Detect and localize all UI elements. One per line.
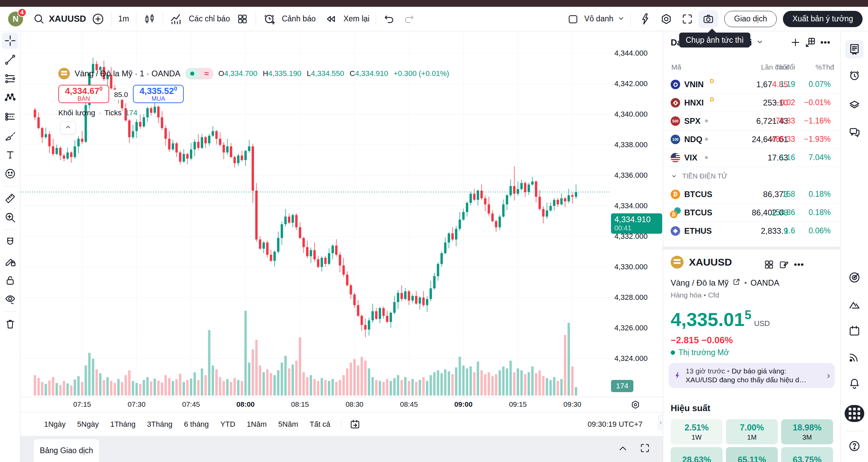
publish-idea-button[interactable]: Xuất bản ý tưởng xyxy=(783,11,863,27)
indicators-icon xyxy=(166,10,186,28)
legend-collapse-button[interactable] xyxy=(60,121,76,134)
symbol-code[interactable]: XAUUSD xyxy=(689,256,732,268)
watchlist-row-hnxi[interactable]: HNXID253.10−0.02−0.01% xyxy=(663,94,840,112)
range-button-5năm[interactable]: 5Năm xyxy=(274,417,303,431)
replay-button[interactable]: Xem lại xyxy=(321,10,370,28)
buy-button[interactable]: 4,335.520 MUA xyxy=(133,85,184,103)
news-feed-icon[interactable] xyxy=(845,348,864,366)
snapshot-camera-icon[interactable] xyxy=(698,10,718,28)
watchlist-row-btcus[interactable]: ₿BTCUS86,3731580.18% xyxy=(663,185,840,204)
watchlist-panel: Danh sách theo dõi Mã Lần cuối Th.đổi %T… xyxy=(663,31,840,462)
watchlist-menu-icon[interactable] xyxy=(818,35,833,50)
measure-tool-icon[interactable] xyxy=(2,190,18,207)
symbol-menu-icon[interactable] xyxy=(791,257,806,272)
emoji-tool-icon[interactable] xyxy=(2,166,18,182)
notifications-icon[interactable] xyxy=(845,374,864,392)
watchlist-row-ndq[interactable]: 100NDQ24,647.61−485.33−1.93% xyxy=(663,130,840,149)
panel-expand-icon[interactable] xyxy=(617,443,629,456)
object-tree-icon[interactable] xyxy=(845,95,864,113)
trading-panel-tab[interactable]: Bảng Giao dịch xyxy=(34,439,99,462)
time-axis[interactable]: 07:1507:3007:4508:0008:1508:3008:4509:00… xyxy=(20,397,663,412)
watchlist-row-vnin[interactable]: VNIND1,674.851.190.07% xyxy=(663,75,840,94)
screener-icon[interactable] xyxy=(845,268,864,287)
symbol-full-name: Vàng / Đô la Mỹ • OANDA xyxy=(671,277,780,288)
calendar-icon[interactable] xyxy=(845,322,864,340)
trendline-tool-icon[interactable] xyxy=(2,52,18,68)
performance-tile-row2-3[interactable]: 63.75% xyxy=(781,447,833,462)
quick-search-icon[interactable] xyxy=(635,10,655,28)
zoom-in-tool-icon[interactable] xyxy=(2,209,18,226)
remove-drawings-tool-icon[interactable] xyxy=(2,316,18,332)
performance-tile-row2-2[interactable]: 65.11% xyxy=(726,447,778,462)
chat-icon[interactable] xyxy=(845,123,864,141)
range-button-6tháng[interactable]: 6 tháng xyxy=(179,417,213,431)
ideas-icon[interactable] xyxy=(845,295,864,314)
compare-add-icon[interactable] xyxy=(88,10,108,28)
redo-icon[interactable] xyxy=(399,10,419,28)
range-button-5ngày[interactable]: 5Ngày xyxy=(73,417,104,431)
axis-settings-gear-icon[interactable] xyxy=(630,399,641,411)
alerts-icon[interactable] xyxy=(845,66,864,84)
undo-icon[interactable] xyxy=(379,10,399,28)
range-button-3tháng[interactable]: 3Tháng xyxy=(142,417,177,431)
performance-tile-1M[interactable]: 7.00%1M xyxy=(726,419,778,444)
apps-menu-icon[interactable] xyxy=(845,405,864,422)
alert-button[interactable]: Cảnh báo xyxy=(259,10,316,28)
watchlist-icon[interactable] xyxy=(845,40,864,58)
watchlist-row-btcus[interactable]: ₿BTCUS86,402.08158.860.18% xyxy=(663,204,840,222)
help-icon[interactable] xyxy=(845,437,864,455)
goto-date-icon[interactable] xyxy=(348,417,362,432)
external-link-icon[interactable] xyxy=(732,277,741,288)
watchlist-row-vix[interactable]: VIX17.631.167.04% xyxy=(663,149,840,167)
search-icon[interactable] xyxy=(29,10,49,28)
time-tick: 09:30 xyxy=(564,400,581,408)
crypto-section-header[interactable]: TIỀN ĐIỆN TỬ xyxy=(663,167,840,185)
edit-note-icon[interactable] xyxy=(776,257,791,272)
btcus-logo-icon: ₿ xyxy=(671,190,680,199)
layout-name-button[interactable]: Vô danh xyxy=(584,14,626,24)
watchlist-row-spx[interactable]: 500SPX6,721.43−78.83−1.16% xyxy=(663,112,840,130)
settings-gear-icon[interactable] xyxy=(656,10,676,28)
news-banner[interactable]: 13 giờ trước•Dự báo giá vàng: XAU/USD đa… xyxy=(669,363,835,388)
layout-icon[interactable] xyxy=(563,10,583,28)
lock-drawings-tool-icon[interactable] xyxy=(2,272,18,288)
range-button-1năm[interactable]: 1Năm xyxy=(242,417,272,431)
interval-button[interactable]: 1m xyxy=(115,14,133,23)
price-axis[interactable]: 174 4,344.0004,342.0004,340.0004,338.000… xyxy=(610,31,663,397)
trade-button[interactable]: Giao dịch xyxy=(724,11,777,27)
add-symbol-icon[interactable] xyxy=(788,35,803,50)
performance-tile-1W[interactable]: 2.51%1W xyxy=(671,419,723,444)
time-tick: 08:15 xyxy=(291,400,309,408)
sell-button[interactable]: 4,334.670 BÁN xyxy=(58,85,109,103)
chart-symbol-title[interactable]: Vàng / Đô la Mỹ · 1 · OANDA xyxy=(75,69,180,78)
range-button-1ngày[interactable]: 1Ngày xyxy=(39,417,71,431)
fib-retracement-tool-icon[interactable] xyxy=(2,71,18,87)
symbol-search-button[interactable]: XAUUSD xyxy=(49,14,86,24)
prediction-tool-icon[interactable] xyxy=(2,109,18,125)
layout-grid-icon[interactable] xyxy=(762,257,776,272)
watchlist-row-ethus[interactable]: ETHUS2,833.91.60.06% xyxy=(663,222,840,240)
drawing-mode-tool-icon[interactable] xyxy=(2,253,18,269)
hide-drawings-tool-icon[interactable] xyxy=(2,291,18,307)
clock-timezone[interactable]: 09:30:19 UTC+7 xyxy=(588,420,643,429)
text-tool-icon[interactable] xyxy=(2,147,18,163)
user-avatar[interactable]: N 4 xyxy=(8,12,23,26)
range-button-1tháng[interactable]: 1Tháng xyxy=(105,417,140,431)
chart-type-icon[interactable] xyxy=(140,10,159,28)
crosshair-tool-icon[interactable] xyxy=(2,33,18,49)
indicators-button[interactable]: Các chỉ báo xyxy=(166,10,230,28)
open-list-icon[interactable] xyxy=(803,35,818,50)
fullscreen-icon[interactable] xyxy=(677,10,697,28)
chart-plot-area[interactable]: Vàng / Đô la Mỹ · 1 · OANDA ≈ O4,334.700… xyxy=(20,31,610,397)
chevron-down-icon[interactable] xyxy=(755,37,764,47)
range-button-ytd[interactable]: YTD xyxy=(216,417,240,431)
range-button-tấtcả[interactable]: Tất cả xyxy=(305,417,335,431)
performance-tile-row2-1[interactable]: 28.63% xyxy=(671,447,723,462)
brush-tool-icon[interactable] xyxy=(2,128,18,144)
time-tick: 08:45 xyxy=(400,400,418,408)
panel-maximize-icon[interactable] xyxy=(639,443,650,455)
pattern-tool-icon[interactable] xyxy=(2,90,18,106)
magnet-tool-icon[interactable] xyxy=(2,234,18,250)
performance-tile-3M[interactable]: 18.98%3M xyxy=(781,419,833,444)
indicator-templates-icon[interactable] xyxy=(233,10,252,28)
